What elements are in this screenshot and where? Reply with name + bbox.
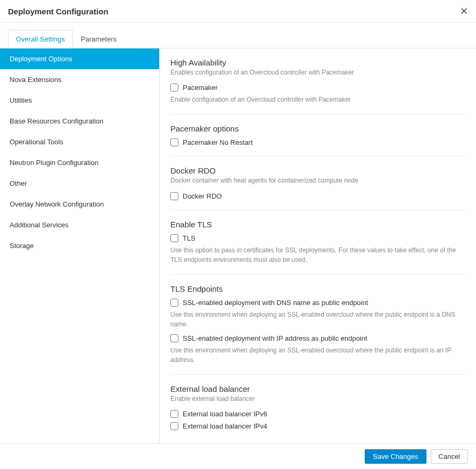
- section-title: Docker RDO: [170, 166, 466, 175]
- checkbox-row-elb-ipv4: External load balancer IPv4: [170, 422, 466, 430]
- checkbox-elb-ipv4[interactable]: [170, 422, 178, 430]
- checkbox-description: Use this environment when deploying an S…: [170, 345, 466, 365]
- checkbox-label: External load balancer IPv6: [183, 410, 267, 418]
- checkbox-row-elb-ipv6: External load balancer IPv6: [170, 410, 466, 418]
- sidebar: Deployment Options Nova Extensions Utili…: [0, 48, 160, 443]
- checkbox-docker-rdo[interactable]: [170, 192, 178, 200]
- checkbox-ssl-dns[interactable]: [170, 299, 178, 307]
- section-title: High Availability: [170, 58, 466, 67]
- dialog-header: Deployment Configuration ✕: [0, 0, 476, 23]
- sidebar-item-other[interactable]: Other: [0, 173, 159, 194]
- sidebar-item-base-resources[interactable]: Base Resources Configuration: [0, 111, 159, 131]
- dialog-footer: Save Changes Cancel: [0, 443, 476, 469]
- checkbox-row-pacemaker-no-restart: Pacemaker No Restart: [170, 138, 466, 146]
- section-enable-tls: Enable TLS TLS Use this option to pass i…: [170, 220, 466, 275]
- save-button[interactable]: Save Changes: [365, 449, 426, 464]
- checkbox-row-pacemaker: Pacemaker: [170, 84, 466, 92]
- tab-parameters[interactable]: Parameters: [73, 30, 125, 48]
- sidebar-item-utilities[interactable]: Utilities: [0, 90, 159, 111]
- checkbox-elb-ipv6[interactable]: [170, 410, 178, 418]
- section-subtitle: Docker container with heat agents for co…: [170, 176, 466, 185]
- checkbox-label: Pacemaker: [183, 84, 218, 92]
- section-title: External load balancer: [170, 384, 466, 393]
- sidebar-item-overlay-network[interactable]: Overlay Network Configuration: [0, 194, 159, 215]
- checkbox-description: Use this environment when deploying an S…: [170, 310, 466, 329]
- checkbox-pacemaker-no-restart[interactable]: [170, 138, 178, 146]
- tab-overall-settings[interactable]: Overall Settings: [8, 30, 73, 48]
- checkbox-description: Enable configuration of an Overcloud con…: [170, 95, 466, 104]
- checkbox-label: Docker RDO: [183, 192, 222, 200]
- checkbox-label: SSL-enabled deployment with DNS name as …: [183, 299, 368, 307]
- section-high-availability: High Availability Enables configuration …: [170, 58, 466, 114]
- section-external-load-balancer: External load balancer Enable external l…: [170, 384, 466, 440]
- checkbox-ssl-ip[interactable]: [170, 334, 178, 342]
- cancel-button[interactable]: Cancel: [431, 449, 468, 464]
- checkbox-label: Pacemaker No Restart: [183, 138, 253, 146]
- section-subtitle: Enable external load balancer: [170, 394, 466, 404]
- sidebar-item-operational-tools[interactable]: Operational Tools: [0, 131, 159, 152]
- checkbox-description: Use this option to pass in certificates …: [170, 245, 466, 265]
- close-icon[interactable]: ✕: [460, 6, 468, 16]
- checkbox-tls[interactable]: [170, 234, 178, 242]
- checkbox-label: External load balancer IPv4: [183, 422, 267, 430]
- section-title: TLS Endpoints: [170, 284, 466, 293]
- main-panel: High Availability Enables configuration …: [160, 48, 476, 443]
- checkbox-label: TLS: [183, 234, 195, 242]
- tab-bar: Overall Settings Parameters: [0, 30, 476, 48]
- section-title: Pacemaker options: [170, 124, 466, 133]
- section-title: Enable TLS: [170, 220, 466, 229]
- dialog-title: Deployment Configuration: [8, 7, 108, 16]
- checkbox-row-ssl-ip: SSL-enabled deployment with IP address a…: [170, 334, 466, 342]
- section-tls-endpoints: TLS Endpoints SSL-enabled deployment wit…: [170, 284, 466, 375]
- sidebar-item-nova-extensions[interactable]: Nova Extensions: [0, 69, 159, 90]
- section-pacemaker-options: Pacemaker options Pacemaker No Restart: [170, 124, 466, 157]
- sidebar-item-storage[interactable]: Storage: [0, 235, 159, 256]
- content-area: Deployment Options Nova Extensions Utili…: [0, 48, 476, 443]
- checkbox-row-ssl-dns: SSL-enabled deployment with DNS name as …: [170, 299, 466, 307]
- checkbox-pacemaker[interactable]: [170, 84, 178, 92]
- checkbox-label: SSL-enabled deployment with IP address a…: [183, 334, 367, 342]
- section-docker-rdo: Docker RDO Docker container with heat ag…: [170, 166, 466, 210]
- checkbox-row-docker-rdo: Docker RDO: [170, 192, 466, 200]
- sidebar-item-neutron-plugin[interactable]: Neutron Plugin Configuration: [0, 152, 159, 173]
- section-subtitle: Enables configuration of an Overcloud co…: [170, 68, 466, 77]
- sidebar-item-additional-services[interactable]: Additional Services: [0, 215, 159, 235]
- checkbox-row-tls: TLS: [170, 234, 466, 242]
- sidebar-item-deployment-options[interactable]: Deployment Options: [0, 48, 159, 69]
